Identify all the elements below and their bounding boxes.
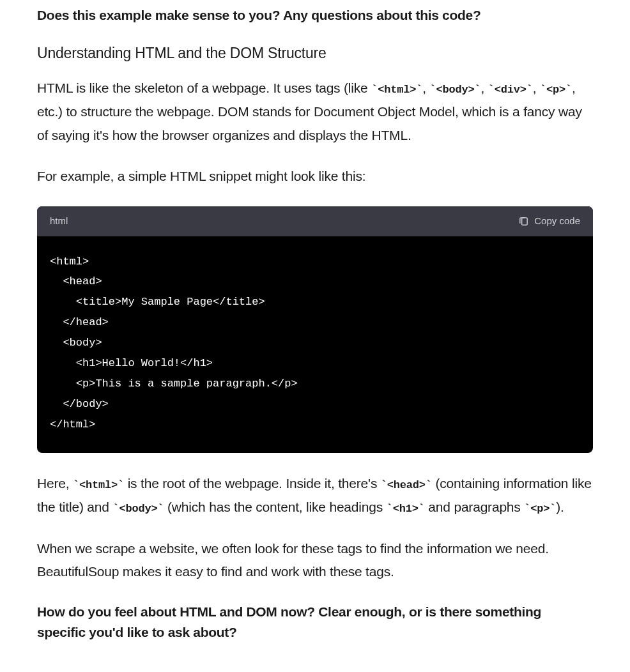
paragraph-example-intro: For example, a simple HTML snippet might…: [37, 165, 593, 188]
section-heading-html-dom: Understanding HTML and the DOM Structure: [37, 42, 593, 65]
code-header: html Copy code: [37, 206, 593, 236]
inline-code-body-tag: `<body>`: [429, 84, 480, 96]
text-fragment: ,: [481, 80, 488, 95]
inline-code-p-tag: `<p>`: [524, 503, 556, 515]
inline-code-h1-tag: `<h1>`: [387, 503, 425, 515]
text-fragment: ).: [556, 500, 564, 514]
svg-rect-0: [522, 218, 528, 225]
text-fragment: (which has the content, like headings: [164, 500, 386, 514]
code-language-label: html: [50, 214, 68, 229]
inline-code-html-tag: `<html>`: [73, 479, 124, 491]
code-block: html Copy code <html> <head> <title>My S…: [37, 206, 593, 453]
inline-code-div-tag: `<div>`: [488, 84, 533, 96]
paragraph-intro: HTML is like the skeleton of a webpage. …: [37, 77, 593, 147]
question-prompt-1: Does this example make sense to you? Any…: [37, 5, 593, 26]
code-content: <html> <head> <title>My Sample Page</tit…: [37, 236, 593, 454]
text-fragment: HTML is like the skeleton of a webpage. …: [37, 80, 371, 95]
paragraph-explanation: Here, `<html>` is the root of the webpag…: [37, 472, 593, 519]
inline-code-html-tag: `<html>`: [371, 84, 422, 96]
inline-code-p-tag: `<p>`: [540, 84, 572, 96]
inline-code-head-tag: `<head>`: [381, 479, 432, 491]
inline-code-body-tag: `<body>`: [112, 503, 164, 515]
text-fragment: ,: [533, 80, 540, 95]
copy-code-label: Copy code: [534, 214, 580, 229]
text-fragment: ,: [422, 80, 429, 95]
question-prompt-2: How do you feel about HTML and DOM now? …: [37, 602, 593, 642]
clipboard-icon: [518, 216, 529, 227]
text-fragment: and paragraphs: [425, 500, 525, 514]
text-fragment: is the root of the webpage. Inside it, t…: [124, 476, 381, 491]
paragraph-scraping: When we scrape a website, we often look …: [37, 537, 593, 584]
copy-code-button[interactable]: Copy code: [518, 214, 580, 229]
text-fragment: Here,: [37, 476, 73, 491]
